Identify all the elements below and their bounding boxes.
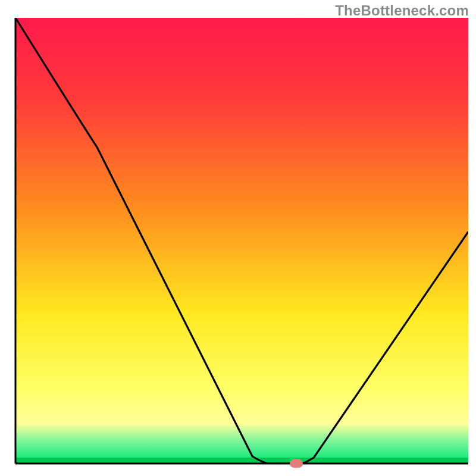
- chart-container: { "watermark": "TheBottleneck.com", "col…: [0, 0, 476, 476]
- gradient-background: [15, 18, 468, 464]
- optimal-point-marker: [290, 459, 303, 468]
- bottleneck-chart: [0, 0, 476, 476]
- watermark-text: TheBottleneck.com: [335, 2, 469, 19]
